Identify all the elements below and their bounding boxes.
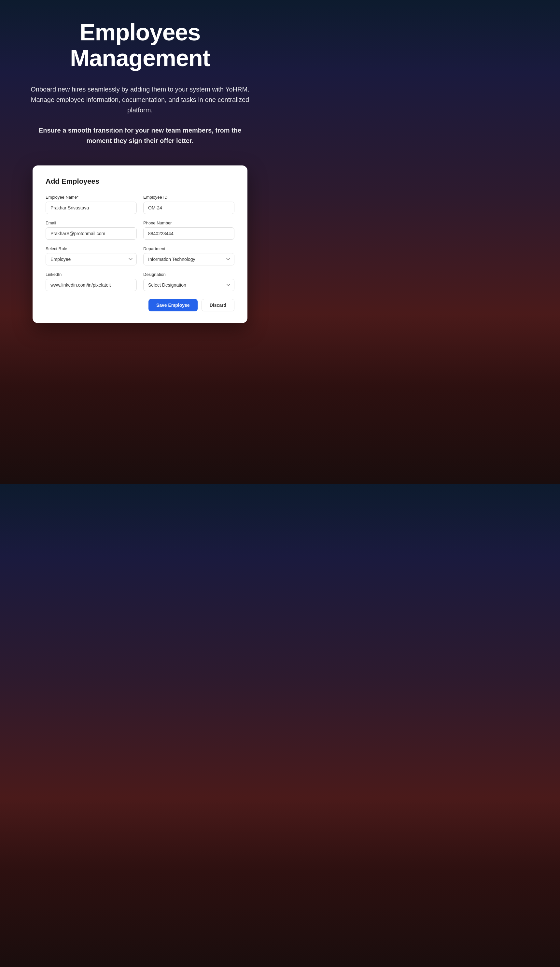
employee-name-label: Employee Name* xyxy=(46,195,137,200)
designation-label: Designation xyxy=(143,272,234,277)
linkedin-group: LinkedIn xyxy=(46,272,137,291)
form-title: Add Employees xyxy=(46,177,234,186)
hero-subtitle-2: Ensure a smooth transition for your new … xyxy=(26,125,254,146)
email-label: Email xyxy=(46,221,137,225)
employee-id-group: Employee ID xyxy=(143,195,234,214)
role-select[interactable]: Employee Manager Admin xyxy=(46,253,137,266)
phone-label: Phone Number xyxy=(143,221,234,225)
employee-id-input[interactable] xyxy=(143,201,234,214)
email-input[interactable] xyxy=(46,227,137,240)
save-employee-button[interactable]: Save Employee xyxy=(148,299,198,311)
department-select[interactable]: Information Technology Human Resources F… xyxy=(143,253,234,266)
hero-section: Employees Management Onboard new hires s… xyxy=(26,20,254,146)
email-group: Email xyxy=(46,221,137,240)
designation-group: Designation Select Designation Junior De… xyxy=(143,272,234,291)
role-label: Select Role xyxy=(46,246,137,251)
designation-select[interactable]: Select Designation Junior Developer Seni… xyxy=(143,279,234,291)
form-row-role-dept: Select Role Employee Manager Admin Depar… xyxy=(46,246,234,266)
add-employees-form: Add Employees Employee Name* Employee ID… xyxy=(33,165,247,323)
employee-name-input[interactable] xyxy=(46,201,137,214)
employee-id-label: Employee ID xyxy=(143,195,234,200)
discard-button[interactable]: Discard xyxy=(201,299,234,311)
phone-group: Phone Number xyxy=(143,221,234,240)
phone-input[interactable] xyxy=(143,227,234,240)
department-label: Department xyxy=(143,246,234,251)
hero-subtitle-1: Onboard new hires seamlessly by adding t… xyxy=(26,84,254,115)
role-group: Select Role Employee Manager Admin xyxy=(46,246,137,266)
form-actions: Save Employee Discard xyxy=(46,299,234,311)
linkedin-input[interactable] xyxy=(46,279,137,291)
form-row-email-phone: Email Phone Number xyxy=(46,221,234,240)
form-row-linkedin-designation: LinkedIn Designation Select Designation … xyxy=(46,272,234,291)
linkedin-label: LinkedIn xyxy=(46,272,137,277)
employee-name-group: Employee Name* xyxy=(46,195,137,214)
page-title: Employees Management xyxy=(26,20,254,71)
form-row-name-id: Employee Name* Employee ID xyxy=(46,195,234,214)
department-group: Department Information Technology Human … xyxy=(143,246,234,266)
